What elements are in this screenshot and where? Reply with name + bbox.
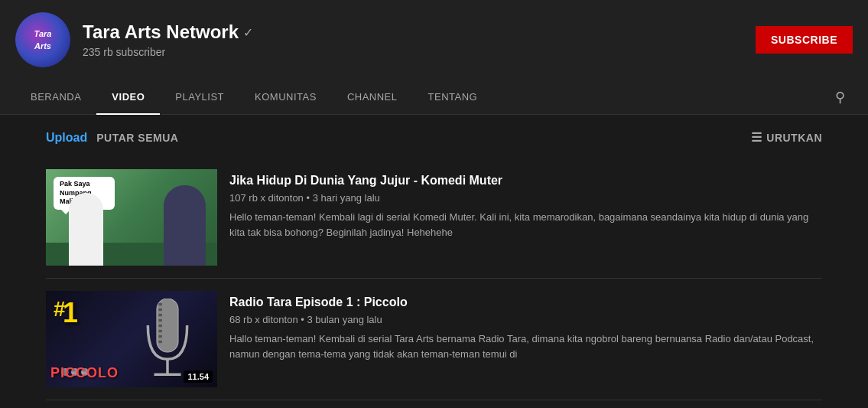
subscribe-button[interactable]: SUBSCRIBE xyxy=(756,26,853,54)
nav-item-playlist[interactable]: PLAYLIST xyxy=(160,80,239,115)
video-meta-1: 107 rb x ditonton • 3 hari yang lalu xyxy=(229,192,822,204)
separator-1: • xyxy=(306,192,312,204)
nav-item-video[interactable]: VIDEO xyxy=(96,80,160,115)
thumb2-number: 1 xyxy=(63,297,78,329)
channel-info: TaraArts Tara Arts Network ✓ 235 rb subs… xyxy=(15,12,253,67)
thumbnail-1[interactable]: Pak Saya Numpang Maling Ya ! 10.02 xyxy=(46,169,217,266)
subscriber-count: 235 rb subscriber xyxy=(83,46,253,58)
play-all-button[interactable]: PUTAR SEMUA xyxy=(96,132,178,144)
sort-icon: ☰ xyxy=(751,130,762,145)
svg-rect-5 xyxy=(158,325,162,327)
nav-item-channel[interactable]: CHANNEL xyxy=(332,80,413,115)
channel-nav: BERANDA VIDEO PLAYLIST KOMUNITAS CHANNEL… xyxy=(0,80,868,115)
sort-label: URUTKAN xyxy=(766,132,822,144)
microphone-icon xyxy=(141,299,194,387)
video-time-2: 3 bulan yang lalu xyxy=(307,314,382,325)
svg-rect-2 xyxy=(158,308,162,311)
svg-rect-3 xyxy=(158,314,162,316)
nav-item-tentang[interactable]: TENTANG xyxy=(413,80,493,115)
channel-details: Tara Arts Network ✓ 235 rb subscriber xyxy=(83,21,253,58)
section-left: Upload PUTAR SEMUA xyxy=(46,131,178,145)
nav-item-komunitas[interactable]: KOMUNITAS xyxy=(239,80,332,115)
video-meta-2: 68 rb x ditonton • 3 bulan yang lalu xyxy=(229,314,822,325)
verified-icon: ✓ xyxy=(243,25,253,40)
section-header: Upload PUTAR SEMUA ☰ URUTKAN xyxy=(46,130,822,145)
svg-rect-7 xyxy=(158,335,162,338)
video-description-1: Hello teman-teman! Kembali lagi di seria… xyxy=(229,210,822,240)
video-time-1: 3 hari yang lalu xyxy=(313,192,380,204)
video-title-1[interactable]: Jika Hidup Di Dunia Yang Jujur - Komedi … xyxy=(229,172,822,189)
channel-header: TaraArts Tara Arts Network ✓ 235 rb subs… xyxy=(0,0,868,80)
channel-name: Tara Arts Network xyxy=(83,21,239,43)
video-item-2: # 1 xyxy=(46,279,822,400)
video-info-2: Radio Tara Episode 1 : Piccolo 68 rb x d… xyxy=(229,291,822,387)
search-icon[interactable]: ⚲ xyxy=(827,81,853,113)
sort-button[interactable]: ☰ URUTKAN xyxy=(751,130,822,145)
thumbnail-2[interactable]: # 1 xyxy=(46,291,217,387)
main-content: Upload PUTAR SEMUA ☰ URUTKAN Pak Saya Nu… xyxy=(0,115,868,408)
video-title-2[interactable]: Radio Tara Episode 1 : Piccolo xyxy=(229,294,822,311)
video-description-2: Hallo teman-teman! Kembali di serial Tar… xyxy=(229,331,822,361)
nav-item-beranda[interactable]: BERANDA xyxy=(15,80,96,115)
svg-rect-8 xyxy=(158,341,162,343)
video-views-2: 68 rb x ditonton xyxy=(229,314,298,325)
svg-rect-6 xyxy=(158,330,162,332)
thumb2-piccolo-label: PICCOLO xyxy=(50,365,119,381)
upload-label: Upload xyxy=(46,131,87,145)
video-item-1: Pak Saya Numpang Maling Ya ! 10.02 Jika … xyxy=(46,157,822,279)
video-views-1: 107 rb x ditonton xyxy=(229,192,304,204)
svg-rect-4 xyxy=(158,319,162,322)
video-info-1: Jika Hidup Di Dunia Yang Jujur - Komedi … xyxy=(229,169,822,266)
svg-rect-1 xyxy=(158,303,162,305)
channel-avatar: TaraArts xyxy=(15,12,70,67)
video-list: Pak Saya Numpang Maling Ya ! 10.02 Jika … xyxy=(46,157,822,400)
channel-title-row: Tara Arts Network ✓ xyxy=(83,21,253,43)
